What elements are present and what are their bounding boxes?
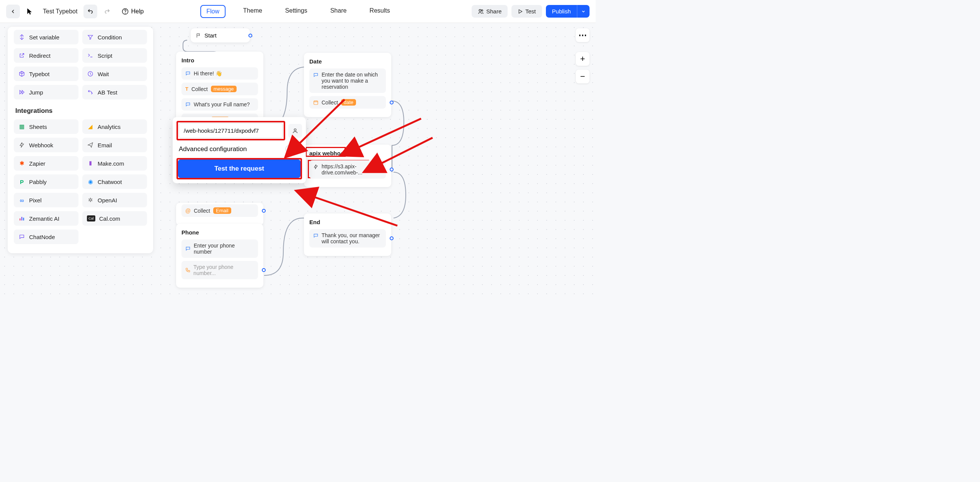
tab-share-nav[interactable]: Share: [325, 5, 352, 18]
block-script[interactable]: Script: [82, 48, 147, 63]
group-title-webhook: apix webhook: [309, 150, 386, 156]
step-collect-message[interactable]: T Collect message: [181, 83, 258, 95]
block-webhook[interactable]: Webhook: [14, 138, 78, 152]
help-icon: [122, 8, 129, 15]
block-sheets[interactable]: ▦Sheets: [14, 119, 78, 134]
advanced-config-toggle[interactable]: [285, 145, 300, 153]
user-icon: [292, 128, 298, 134]
block-analytics[interactable]: ◢Analytics: [82, 119, 147, 134]
block-openai[interactable]: ✲OpenAI: [82, 193, 147, 207]
step-collect-date[interactable]: Collect date: [309, 96, 386, 109]
group-phone[interactable]: Phone Enter your phone number Type your …: [176, 224, 263, 288]
play-icon: [518, 9, 523, 14]
block-jump[interactable]: Jump: [14, 85, 78, 99]
collect-date-prefix: Collect: [322, 99, 338, 106]
step-collect-email[interactable]: @ Collect Email: [181, 204, 258, 217]
redo-button[interactable]: [100, 5, 114, 18]
step-webhook-url[interactable]: https://s3.apix-drive.com/web-...: [309, 160, 386, 179]
blocks-panel: Set variable Condition Redirect Script T…: [8, 27, 153, 253]
analytics-icon: ◢: [87, 123, 94, 130]
block-redirect[interactable]: Redirect: [14, 48, 78, 63]
port[interactable]: [390, 168, 394, 171]
group-date[interactable]: Date Enter the date on which you want to…: [304, 53, 391, 117]
step-fullname-text: What's your Full name?: [194, 101, 250, 107]
group-end[interactable]: End Thank you, our manager will contact …: [304, 213, 391, 256]
undo-button[interactable]: [83, 5, 97, 18]
step-phone-input[interactable]: Type your phone number...: [181, 261, 258, 279]
zoom-out-button[interactable]: −: [576, 70, 590, 83]
port[interactable]: [248, 34, 252, 37]
external-link-icon: [18, 52, 25, 59]
publish-dropdown[interactable]: [577, 5, 590, 18]
port[interactable]: [390, 236, 394, 240]
block-cal[interactable]: CalCal.com: [82, 211, 147, 226]
webhook-url-text: https://s3.apix-drive.com/web-...: [322, 163, 382, 176]
step-hi[interactable]: Hi there! 👋: [181, 67, 258, 80]
svg-rect-14: [23, 218, 24, 220]
group-title-phone: Phone: [181, 229, 258, 236]
block-zapier[interactable]: ✱Zapier: [14, 156, 78, 171]
back-button[interactable]: [6, 5, 20, 18]
undo-icon: [87, 8, 93, 15]
at-icon: @: [185, 208, 191, 214]
highlight-test-button: Test the request: [176, 158, 302, 179]
phone-icon: [185, 267, 190, 273]
block-wait[interactable]: Wait: [82, 67, 147, 81]
meta-icon: ∞: [18, 197, 25, 204]
step-phone-prompt[interactable]: Enter your phone number: [181, 239, 258, 258]
start-node[interactable]: Start: [191, 28, 250, 42]
tab-flow[interactable]: Flow: [200, 5, 225, 18]
block-pixel[interactable]: ∞Pixel: [14, 193, 78, 207]
port[interactable]: [262, 268, 266, 272]
variable-icon: [18, 34, 25, 41]
collect-email-tag: Email: [213, 207, 231, 214]
advanced-config-row[interactable]: Advanced configuration: [176, 140, 302, 156]
test-request-button[interactable]: Test the request: [178, 160, 301, 178]
block-typebot[interactable]: Typebot: [14, 67, 78, 81]
block-make[interactable]: ⫴Make.com: [82, 156, 147, 171]
chat-icon: [313, 72, 318, 78]
port[interactable]: [262, 209, 266, 213]
chevron-left-icon: [10, 8, 16, 15]
chat-node-icon: [18, 233, 25, 240]
group-webhook[interactable]: apix webhook https://s3.apix-drive.com/w…: [304, 145, 391, 187]
help-button[interactable]: Help: [117, 6, 148, 17]
svg-rect-13: [21, 217, 23, 220]
typebot-title[interactable]: Test Typebot: [43, 8, 77, 15]
test-button[interactable]: Test: [511, 5, 542, 18]
port[interactable]: [390, 101, 394, 104]
send-icon: [87, 142, 94, 148]
publish-button[interactable]: Publish: [546, 5, 577, 18]
highlight-url-input: [176, 121, 285, 140]
test-label: Test: [525, 8, 536, 15]
block-zemantic[interactable]: Zemantic AI: [14, 211, 78, 226]
block-chatnode[interactable]: ChatNode: [14, 230, 78, 244]
share-button[interactable]: Share: [472, 5, 508, 18]
canvas-menu-button[interactable]: ⋯: [576, 28, 590, 42]
tab-settings[interactable]: Settings: [280, 5, 313, 18]
block-condition[interactable]: Condition: [82, 30, 147, 44]
step-end-msg[interactable]: Thank you, our manager will contact you.: [309, 229, 386, 248]
topbar: Test Typebot Help Flow Theme Settings Sh…: [0, 0, 596, 23]
chat-icon: [185, 102, 191, 107]
lightning-icon: [313, 164, 318, 169]
block-ab-test[interactable]: AB Test: [82, 85, 147, 99]
zoom-in-button[interactable]: +: [576, 52, 590, 66]
openai-icon: ✲: [87, 197, 94, 204]
block-pabbly[interactable]: PPabbly: [14, 174, 78, 189]
canvas-controls: ⋯ + −: [576, 28, 590, 83]
group-intro-email[interactable]: @ Collect Email: [176, 203, 263, 225]
block-email[interactable]: Email: [82, 138, 147, 152]
tab-theme[interactable]: Theme: [238, 5, 268, 18]
step-phone-text: Enter your phone number: [194, 243, 254, 255]
step-fullname[interactable]: What's your Full name?: [181, 98, 258, 111]
webhook-url-input[interactable]: [179, 123, 283, 138]
tab-results[interactable]: Results: [364, 5, 395, 18]
step-date-prompt[interactable]: Enter the date on which you want to make…: [309, 68, 386, 93]
cursor-tool[interactable]: [23, 5, 37, 18]
variable-picker-button[interactable]: [288, 124, 302, 138]
block-chatwoot[interactable]: ◉Chatwoot: [82, 174, 147, 189]
chat-icon: [185, 246, 191, 251]
flag-icon: [196, 33, 201, 38]
block-set-variable[interactable]: Set variable: [14, 30, 78, 44]
